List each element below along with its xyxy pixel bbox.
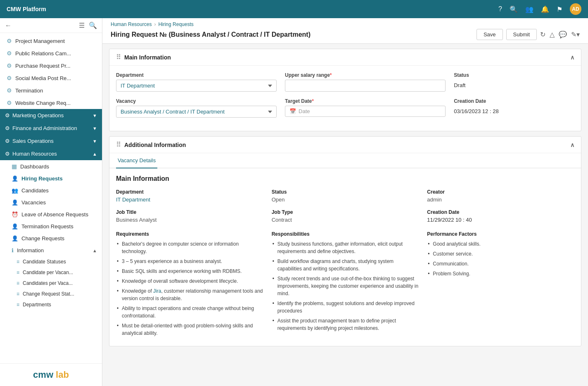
req-item: Ability to impact operations and create …	[116, 305, 263, 320]
breadcrumb-child[interactable]: Hiring Requests	[158, 21, 193, 27]
refresh-icon[interactable]: ↻	[540, 31, 545, 38]
page-title-row: Hiring Request № (Business Analyst / Con…	[111, 29, 580, 43]
sidebar-item-purchase-request[interactable]: ⚙ Purchase Request Pr...	[0, 59, 102, 72]
requirements-list: Bachelor's degree in computer science or…	[116, 240, 263, 337]
sidebar-search-icon[interactable]: 🔍	[89, 21, 97, 29]
sidebar-item-website-change[interactable]: ⚙ Website Change Req...	[0, 97, 102, 109]
sidebar-info-cand-per-vacan[interactable]: ≡ Candidate per Vacan...	[0, 267, 102, 278]
sidebar-info-parent[interactable]: ℹ Information ▲	[0, 244, 102, 256]
sidebar-subitem-vacancies[interactable]: 👤 Vacancies	[0, 197, 102, 208]
page-header: Human Resources › Hiring Requests Hiring…	[102, 18, 588, 44]
vacancy-select[interactable]: Business Analyst / Contract / IT Departm…	[116, 106, 277, 118]
dashboards-icon: ▦	[12, 163, 17, 170]
collapse-additional-info[interactable]: ∧	[570, 142, 574, 148]
sidebar-info-departments[interactable]: ≡ Departments	[0, 299, 102, 310]
salary-field: Upper salary range*	[285, 72, 446, 92]
sidebar-category-sales[interactable]: ⚙ Sales Operations ▼	[0, 135, 102, 147]
target-date-input[interactable]: 📅 Date	[285, 106, 446, 117]
nav-icons: ? 🔍 👥 🔔 ⚑ AD	[498, 3, 581, 15]
bell-icon[interactable]: 🔔	[541, 5, 549, 13]
collapse-main-info[interactable]: ∧	[570, 54, 574, 61]
hr-chevron: ▲	[92, 152, 97, 156]
user-avatar[interactable]: AD	[570, 3, 581, 15]
sidebar-subitem-candidates[interactable]: 👥 Candidates	[0, 185, 102, 197]
sidebar: ← ☰ 🔍 ⚙ Project Management ⚙ Public Rela…	[0, 18, 102, 386]
flag-icon[interactable]: ⚑	[557, 5, 562, 13]
tab-vacancy-details[interactable]: Vacancy Details	[116, 153, 157, 168]
main-info-body: Department IT Department Upper salary ra…	[109, 66, 581, 131]
sidebar-info-candidate-statuses[interactable]: ≡ Candidate Statuses	[0, 256, 102, 267]
drag-icon: ⠿	[116, 53, 121, 61]
submit-button[interactable]: Submit	[506, 29, 537, 40]
performance-section: Performance Factors Good analytical skil…	[427, 231, 574, 339]
breadcrumb: Human Resources › Hiring Requests	[111, 21, 580, 27]
sidebar-back-icon[interactable]: ←	[5, 22, 12, 29]
term-req-icon: 👤	[12, 223, 18, 230]
purchase-icon: ⚙	[7, 62, 12, 69]
target-date-field: Target Date* 📅 Date	[285, 98, 446, 118]
comment-icon[interactable]: 💬	[559, 31, 567, 38]
sidebar-subitem-dashboards[interactable]: ▦ Dashboards	[0, 160, 102, 173]
target-date-label: Target Date*	[285, 98, 446, 104]
req-item: Knowledge of Jira, customer relationship…	[116, 287, 263, 302]
action-icons: ↻ △ 💬 ✎▾	[540, 31, 580, 38]
main-info-section: ⠿ Main Information ∧ Department IT Depar…	[109, 49, 581, 131]
sidebar-category-hr[interactable]: ⚙ Human Resources ▲	[0, 147, 102, 160]
salary-input[interactable]	[285, 80, 446, 92]
requirements-section: Requirements Bachelor's degree in comput…	[116, 231, 263, 339]
cs-label: Candidate Statuses	[23, 259, 66, 265]
main-info-title: Main Information	[124, 54, 171, 61]
edit-icon[interactable]: ✎▾	[571, 31, 580, 38]
sidebar-info-cands-per-vaca[interactable]: ≡ Candidates per Vaca...	[0, 278, 102, 289]
crs-label: Change Request Stat...	[23, 291, 74, 297]
logo-text: cmw lab	[33, 369, 69, 380]
sidebar-subitem-change-requests[interactable]: 👤 Change Requests	[0, 232, 102, 244]
search-icon[interactable]: 🔍	[510, 5, 518, 13]
cpva-icon: ≡	[17, 280, 19, 286]
sidebar-menu-icon[interactable]: ☰	[79, 21, 85, 29]
sidebar-list: ⚙ Project Management ⚙ Public Relations …	[0, 33, 102, 363]
vacancy-card: Main Information Department IT Departmen…	[109, 168, 581, 346]
sidebar-item-termination[interactable]: ⚙ Termination	[0, 84, 102, 97]
vacancies-icon: 👤	[12, 199, 18, 206]
sidebar-category-marketing[interactable]: ⚙ Marketing Operations ▼	[0, 109, 102, 122]
finance-cat-label: Finance and Administration	[12, 125, 77, 131]
responsibilities-title: Responsibilities	[272, 231, 419, 237]
sidebar-item-social-media[interactable]: ⚙ Social Media Post Re...	[0, 72, 102, 84]
vacancy-info-grid: Department IT Department Status Open Cre…	[116, 189, 574, 223]
department-field: Department IT Department	[116, 72, 277, 92]
finance-chevron: ▼	[92, 126, 97, 131]
department-select[interactable]: IT Department	[116, 80, 277, 92]
sidebar-item-public-relations[interactable]: ⚙ Public Relations Cam...	[0, 47, 102, 59]
sidebar-subitem-hiring-requests[interactable]: 👤 Hiring Requests	[0, 173, 102, 185]
sidebar-subitem-leave-absence[interactable]: ⏰ Leave of Absence Requests	[0, 208, 102, 220]
resp-item: Study recent trends and use out-of-the-b…	[272, 275, 419, 297]
breadcrumb-parent[interactable]: Human Resources	[111, 21, 152, 27]
candidates-icon: 👥	[12, 187, 18, 194]
creation-date-value: 03/16/2023 12 : 28	[454, 106, 574, 117]
sidebar-category-finance[interactable]: ⚙ Finance and Administration ▼	[0, 122, 102, 135]
website-icon: ⚙	[7, 99, 12, 106]
status-value: Draft	[454, 80, 574, 91]
sidebar-item-label: Public Relations Cam...	[15, 50, 97, 57]
sidebar-header: ← ☰ 🔍	[0, 18, 102, 33]
cpv-icon: ≡	[17, 270, 19, 275]
warning-icon[interactable]: △	[550, 31, 555, 38]
help-icon[interactable]: ?	[498, 5, 502, 13]
leave-label: Leave of Absence Requests	[21, 211, 88, 218]
sidebar-subitem-termination-requests[interactable]: 👤 Termination Requests	[0, 220, 102, 232]
vd-job-title-label: Job Title	[116, 209, 263, 215]
save-button[interactable]: Save	[477, 29, 503, 40]
page-title: Hiring Request № (Business Analyst / Con…	[111, 31, 477, 38]
users-icon[interactable]: 👥	[525, 5, 533, 13]
req-item: Basic SQL skills and experience working …	[116, 268, 263, 275]
vd-dept-label: Department	[116, 189, 263, 195]
perf-item: Communication.	[427, 260, 574, 268]
dept-label: Departments	[23, 302, 51, 308]
salary-label: Upper salary range*	[285, 72, 446, 78]
sidebar-item-project-management[interactable]: ⚙ Project Management	[0, 35, 102, 47]
vd-creation-date: Creation Date 11/29/2022 10 : 40	[427, 209, 574, 223]
sidebar-info-change-req-stat[interactable]: ≡ Change Request Stat...	[0, 289, 102, 299]
vacancy-field: Vacancy Business Analyst / Contract / IT…	[116, 98, 277, 118]
top-navbar: CMW Platform ? 🔍 👥 🔔 ⚑ AD	[0, 0, 588, 18]
